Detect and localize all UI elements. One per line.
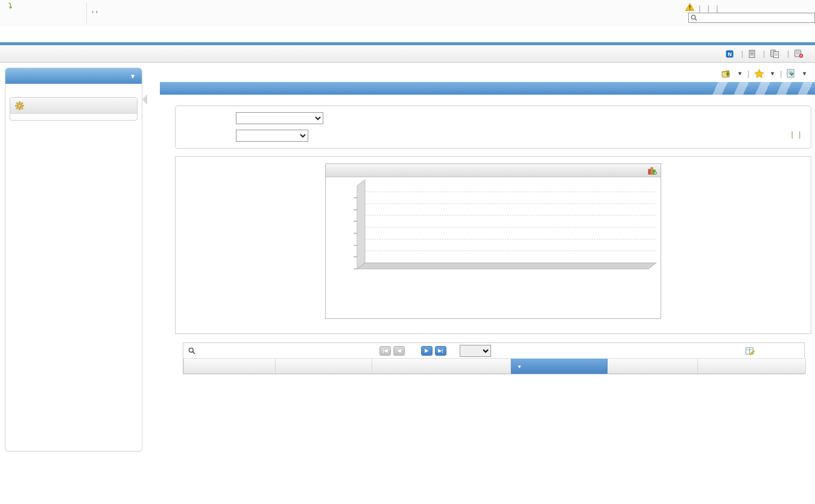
configuration-panel — [10, 97, 138, 121]
configuration-links — [10, 114, 137, 120]
search-input[interactable] — [699, 14, 813, 22]
comma: , — [96, 5, 98, 14]
divider — [86, 3, 87, 24]
search-icon — [691, 14, 697, 21]
column-header-message[interactable] — [698, 359, 806, 373]
app-logo: ⤵ — [8, 2, 12, 10]
file-cluster-icon — [794, 49, 804, 58]
export-as-button[interactable]: ▼ — [721, 69, 743, 78]
gear-icon — [15, 101, 24, 110]
chevron-down-icon: ▼ — [770, 71, 775, 77]
column-header-time-accessed[interactable]: ▼ — [511, 359, 607, 373]
welcome-block: , , — [92, 4, 98, 14]
bar-chart — [326, 177, 661, 317]
sidebar-section-file-audit-reports[interactable]: ▼ — [5, 68, 142, 84]
netapp-link[interactable]: N — [726, 50, 736, 58]
content-area: ▼ ▼ | — [0, 63, 815, 504]
chart-container — [325, 163, 661, 319]
separator: | — [708, 4, 709, 13]
column-header-file-folder[interactable] — [276, 359, 372, 373]
period-select[interactable] — [236, 130, 308, 142]
separator: | — [780, 69, 782, 78]
report-date-range — [160, 95, 815, 99]
export-icon — [721, 69, 732, 78]
more-button[interactable]: ▼ — [787, 69, 807, 78]
separator: | — [741, 49, 743, 58]
edit-columns-icon — [746, 347, 755, 355]
tab-row — [0, 27, 815, 42]
adaudit-plus-app: ⤵ , , | | | — [0, 0, 815, 504]
report-title-bar — [160, 82, 815, 95]
chevron-down-icon: ▼ — [802, 71, 807, 77]
first-page-button[interactable]: |◀ — [379, 346, 391, 356]
chart-wall — [357, 180, 365, 269]
chart-title-bar — [326, 164, 661, 177]
quick-links: N | | | — [723, 49, 809, 58]
sidebar-report-list — [5, 84, 142, 90]
svg-text:N: N — [728, 51, 732, 57]
separator: | — [699, 4, 700, 13]
netapp-icon: N — [726, 50, 734, 58]
gridlines — [365, 192, 656, 251]
windows-file-server-link[interactable] — [770, 49, 782, 58]
global-search[interactable] — [688, 13, 815, 23]
separator: | — [763, 49, 765, 58]
report-actions-toolbar: ▼ | ▼ | ▼ — [160, 63, 815, 82]
windows-file-cluster-link[interactable] — [794, 49, 806, 58]
column-header-server[interactable] — [184, 359, 276, 373]
page-icon — [787, 69, 796, 78]
add-to-button[interactable]: ▼ — [754, 69, 775, 78]
emc-link[interactable] — [749, 50, 758, 58]
tick-marks — [354, 198, 357, 269]
sidebar: ▼ — [5, 68, 142, 452]
filter-panel: | | — [175, 106, 811, 149]
pagination: |◀ ◀ ▶ ▶| — [378, 346, 448, 356]
chart-type-icon[interactable] — [648, 166, 657, 175]
secondary-nav: N | | | — [0, 45, 815, 63]
table-header-row: ▼ — [184, 359, 806, 373]
star-icon — [754, 69, 764, 78]
search-icon — [188, 347, 195, 354]
sidebar-collapse-handle[interactable] — [142, 94, 147, 105]
separator: | — [799, 130, 801, 139]
prev-page-button[interactable]: ◀ — [393, 346, 405, 356]
report-table-section: |◀ ◀ ▶ ▶| — [183, 342, 805, 374]
domain-select[interactable] — [236, 112, 323, 124]
last-page-button[interactable]: ▶| — [435, 346, 446, 356]
separator: | — [787, 49, 789, 58]
file-server-icon — [770, 49, 779, 58]
page-size-select[interactable] — [460, 345, 491, 357]
main-panel: ▼ | ▼ | ▼ — [160, 63, 815, 504]
hours-filter: | | — [789, 130, 802, 139]
top-right-block: | | | — [685, 3, 815, 13]
top-header: ⤵ , , | | | — [0, 0, 815, 27]
chart-panel — [175, 156, 811, 334]
configuration-header — [10, 98, 137, 114]
sort-desc-icon: ▼ — [517, 364, 522, 370]
quick-search-link[interactable] — [188, 347, 197, 354]
showing-text — [411, 347, 415, 355]
separator: | — [716, 4, 718, 13]
separator: | — [747, 69, 749, 78]
add-remove-columns-link[interactable] — [746, 347, 757, 355]
warning-icon[interactable] — [685, 4, 696, 13]
column-header-location[interactable] — [372, 359, 511, 373]
chevron-down-icon: ▼ — [737, 71, 743, 77]
swoosh-icon: ⤵ — [8, 2, 12, 10]
next-page-button[interactable]: ▶ — [421, 346, 433, 356]
server-icon — [749, 50, 755, 58]
comma: , — [92, 5, 96, 14]
page-size-group — [456, 345, 495, 357]
column-header-accessed-by[interactable] — [607, 359, 698, 373]
separator: | — [791, 130, 793, 139]
table-toolbar: |◀ ◀ ▶ ▶| — [183, 343, 804, 359]
decorative-stripes — [706, 82, 815, 95]
report-table: ▼ — [183, 359, 806, 374]
chart-floor — [357, 263, 656, 269]
chevron-down-icon: ▼ — [130, 73, 136, 80]
